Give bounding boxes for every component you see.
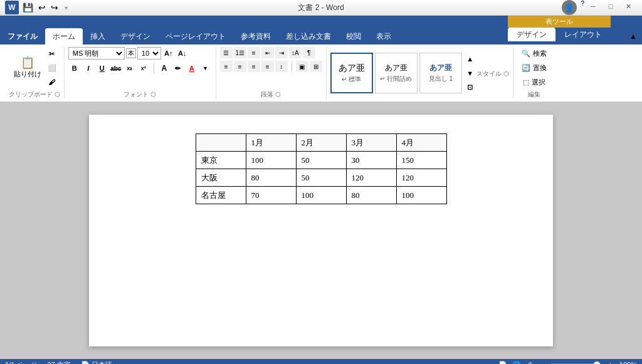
align-right-button[interactable]: ≡ [248,61,260,72]
font-name-select[interactable]: MS 明朝 [68,47,125,60]
clipboard-sub-buttons: ✂ ⬜ 🖌 [46,48,58,88]
copy-button[interactable]: ⬜ [46,62,58,75]
font-row-1: MS 明朝 本 10.5 A↑ A↓ [68,47,189,60]
style-normal[interactable]: あア亜 ↵ 標準 [330,53,373,93]
tab-table-layout[interactable]: レイアウト [555,28,611,41]
font-expand-icon[interactable]: ⬡ [150,91,156,98]
tab-mailings[interactable]: 差し込み文書 [278,28,339,44]
strikethrough-button[interactable]: abc [110,62,122,75]
style-normal-label: ↵ 標準 [342,75,361,84]
tab-file[interactable]: ファイル [0,28,45,44]
table-cell[interactable]: 大阪 [196,169,246,187]
italic-button[interactable]: I [82,62,95,75]
numbering-button[interactable]: 1☰ [234,47,246,58]
decrease-indent-button[interactable]: ⇤ [261,47,274,58]
minimize-button[interactable]: ─ [584,0,602,13]
table-cell[interactable]: 50 [296,152,346,169]
increase-indent-button[interactable]: ⇥ [275,47,288,58]
multilevel-list-button[interactable]: ≡ [248,47,260,58]
tab-review[interactable]: 校閲 [339,28,369,44]
font-row-2: B I U abc x₂ x² A ✏ A ▾ [68,62,212,75]
view-normal-icon[interactable]: 📄 [498,361,507,365]
format-painter-button[interactable]: 🖌 [46,76,58,88]
styles-group: あア亜 ↵ 標準 あア亜 ↵ 行間詰め あア亜 見出し 1 ▲ ▼ ⊡ [327,47,513,99]
style-heading1[interactable]: あア亜 見出し 1 [419,53,462,93]
table-header-cell: 2月 [296,134,346,152]
search-button[interactable]: 🔍 検索 [517,47,551,60]
styles-more[interactable]: ⊡ [464,81,476,93]
show-formatting-button[interactable]: ¶ [303,47,315,58]
text-effects-button[interactable]: A [158,62,171,75]
font-size-select[interactable]: 10.5 [137,47,161,60]
tab-view[interactable]: 表示 [369,28,399,44]
quick-undo-icon[interactable]: ↩ [37,3,47,13]
font-size-decrease-button[interactable]: A↓ [176,47,189,60]
justify-button[interactable]: ≡ [261,61,274,72]
select-button[interactable]: ⬚ 選択 [518,76,550,89]
ribbon: 📋 貼り付け ✂ ⬜ 🖌 クリップボード ⬡ [0,44,642,102]
user-avatar[interactable]: 👤 [562,0,577,15]
view-web-icon[interactable]: 🌐 [512,361,521,365]
tab-references[interactable]: 参考資料 [233,28,278,44]
styles-label: スタイル ⬡ [476,68,509,78]
paragraph-label-text: 段落 [261,91,273,98]
styles-scroll-up[interactable]: ▲ [464,53,476,65]
tab-design[interactable]: デザイン [113,28,158,44]
superscript-button[interactable]: x² [137,62,150,75]
font-color-dropdown[interactable]: ▾ [199,62,212,75]
table-cell[interactable]: 100 [396,187,446,204]
quick-access-dropdown[interactable]: ▾ [65,4,68,11]
page-status: 1/1 ページ [5,360,37,365]
sort-button[interactable]: ↕A [289,47,302,58]
table-cell[interactable]: 70 [246,187,296,204]
quick-save-icon[interactable]: 💾 [21,3,34,13]
table-cell[interactable]: 80 [346,187,396,204]
font-color-button[interactable]: A [186,62,198,75]
replace-button[interactable]: 🔄 置換 [517,61,551,75]
document-area[interactable]: 1月2月3月4月東京1005030150大阪8050120120名古屋70100… [0,102,642,359]
line-spacing-button[interactable]: ↕ [275,61,288,72]
table-cell[interactable]: 100 [296,187,346,204]
bold-button[interactable]: B [68,62,81,75]
shading-button[interactable]: ▣ [296,61,308,72]
tab-home[interactable]: ホーム [45,28,83,44]
table-cell[interactable]: 100 [246,152,296,169]
tab-table-design[interactable]: デザイン [508,28,555,41]
style-compact[interactable]: あア亜 ↵ 行間詰め [375,53,418,93]
table-cell[interactable]: 30 [346,152,396,169]
text-highlight-button[interactable]: ✏ [172,62,184,75]
table-cell[interactable]: 120 [346,169,396,187]
zoom-out-button[interactable]: － [538,359,546,364]
maximize-button[interactable]: □ [602,0,619,13]
editing-label-text: 編集 [528,91,540,98]
table-cell[interactable]: 150 [396,152,446,169]
close-button[interactable]: ✕ [619,0,637,13]
paragraph-expand-icon[interactable]: ⬡ [275,91,281,98]
font-size-increase-button[interactable]: A↑ [162,47,175,60]
view-print-icon[interactable]: 🖨 [526,361,533,364]
styles-scroll-down[interactable]: ▼ [464,67,476,80]
underline-button[interactable]: U [96,62,108,75]
paste-button[interactable]: 📋 貼り付け [11,53,45,84]
zoom-slider-thumb [594,361,600,364]
table-cell[interactable]: 120 [396,169,446,187]
table-cell[interactable]: 名古屋 [196,187,246,204]
subscript-button[interactable]: x₂ [124,62,136,75]
quick-redo-icon[interactable]: ↪ [50,3,60,13]
zoom-in-button[interactable]: ＋ [606,359,614,364]
table-cell[interactable]: 50 [296,169,346,187]
tab-page-layout[interactable]: ページレイアウト [158,28,233,44]
table-header-cell: 1月 [246,134,296,152]
table-cell[interactable]: 80 [246,169,296,187]
ribbon-collapse-icon[interactable]: ▲ [629,32,637,41]
cut-button[interactable]: ✂ [46,48,58,61]
tab-insert[interactable]: 挿入 [83,28,113,44]
borders-button[interactable]: ⊞ [310,61,322,72]
table-cell[interactable]: 東京 [196,152,246,169]
bullets-button[interactable]: ☰ [220,47,233,58]
styles-expand-icon[interactable]: ⬡ [503,70,509,77]
clipboard-expand-icon[interactable]: ⬡ [55,91,60,98]
document-page[interactable]: 1月2月3月4月東京1005030150大阪8050120120名古屋70100… [89,115,553,346]
align-left-button[interactable]: ≡ [220,61,233,72]
align-center-button[interactable]: ≡ [234,61,246,72]
